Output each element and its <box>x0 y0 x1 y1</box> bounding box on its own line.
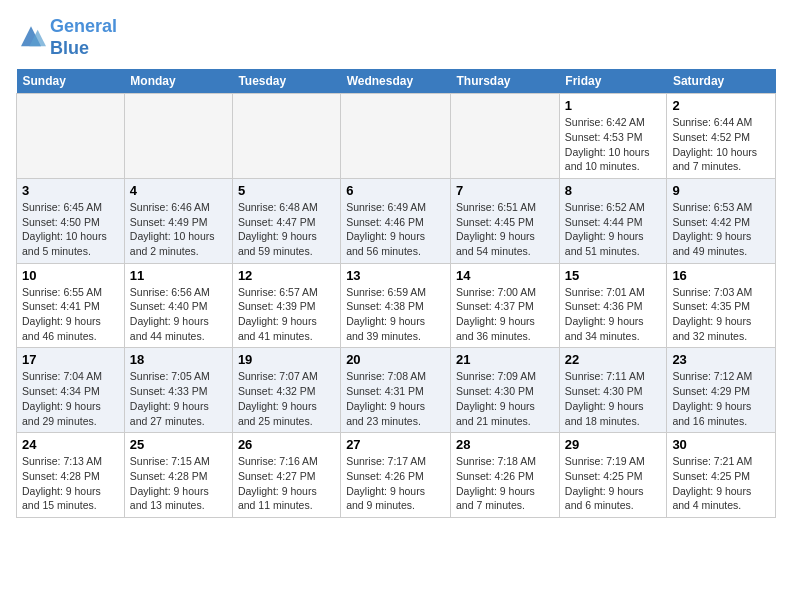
day-info: Sunrise: 7:00 AM Sunset: 4:37 PM Dayligh… <box>456 285 554 344</box>
day-number: 2 <box>672 98 770 113</box>
day-number: 10 <box>22 268 119 283</box>
calendar-cell <box>124 94 232 179</box>
calendar-cell: 5Sunrise: 6:48 AM Sunset: 4:47 PM Daylig… <box>232 178 340 263</box>
calendar-cell: 24Sunrise: 7:13 AM Sunset: 4:28 PM Dayli… <box>17 433 125 518</box>
calendar-cell: 21Sunrise: 7:09 AM Sunset: 4:30 PM Dayli… <box>451 348 560 433</box>
weekday-header-friday: Friday <box>559 69 667 94</box>
day-number: 22 <box>565 352 662 367</box>
day-info: Sunrise: 6:46 AM Sunset: 4:49 PM Dayligh… <box>130 200 227 259</box>
weekday-header-monday: Monday <box>124 69 232 94</box>
day-info: Sunrise: 6:42 AM Sunset: 4:53 PM Dayligh… <box>565 115 662 174</box>
calendar-cell: 26Sunrise: 7:16 AM Sunset: 4:27 PM Dayli… <box>232 433 340 518</box>
weekday-header-sunday: Sunday <box>17 69 125 94</box>
day-info: Sunrise: 7:13 AM Sunset: 4:28 PM Dayligh… <box>22 454 119 513</box>
day-number: 28 <box>456 437 554 452</box>
day-info: Sunrise: 7:19 AM Sunset: 4:25 PM Dayligh… <box>565 454 662 513</box>
day-info: Sunrise: 6:55 AM Sunset: 4:41 PM Dayligh… <box>22 285 119 344</box>
calendar-cell <box>451 94 560 179</box>
day-info: Sunrise: 7:18 AM Sunset: 4:26 PM Dayligh… <box>456 454 554 513</box>
calendar-cell: 6Sunrise: 6:49 AM Sunset: 4:46 PM Daylig… <box>341 178 451 263</box>
weekday-header-thursday: Thursday <box>451 69 560 94</box>
calendar-cell: 1Sunrise: 6:42 AM Sunset: 4:53 PM Daylig… <box>559 94 667 179</box>
day-info: Sunrise: 7:09 AM Sunset: 4:30 PM Dayligh… <box>456 369 554 428</box>
calendar-cell: 7Sunrise: 6:51 AM Sunset: 4:45 PM Daylig… <box>451 178 560 263</box>
day-number: 23 <box>672 352 770 367</box>
day-number: 26 <box>238 437 335 452</box>
day-info: Sunrise: 6:51 AM Sunset: 4:45 PM Dayligh… <box>456 200 554 259</box>
calendar-cell: 27Sunrise: 7:17 AM Sunset: 4:26 PM Dayli… <box>341 433 451 518</box>
weekday-header-wednesday: Wednesday <box>341 69 451 94</box>
day-info: Sunrise: 7:04 AM Sunset: 4:34 PM Dayligh… <box>22 369 119 428</box>
logo-icon <box>16 23 46 53</box>
calendar-cell: 13Sunrise: 6:59 AM Sunset: 4:38 PM Dayli… <box>341 263 451 348</box>
day-number: 29 <box>565 437 662 452</box>
day-info: Sunrise: 6:45 AM Sunset: 4:50 PM Dayligh… <box>22 200 119 259</box>
day-number: 12 <box>238 268 335 283</box>
day-number: 19 <box>238 352 335 367</box>
day-info: Sunrise: 6:53 AM Sunset: 4:42 PM Dayligh… <box>672 200 770 259</box>
day-info: Sunrise: 7:16 AM Sunset: 4:27 PM Dayligh… <box>238 454 335 513</box>
day-number: 17 <box>22 352 119 367</box>
day-number: 24 <box>22 437 119 452</box>
day-number: 27 <box>346 437 445 452</box>
calendar-cell: 8Sunrise: 6:52 AM Sunset: 4:44 PM Daylig… <box>559 178 667 263</box>
calendar-cell: 15Sunrise: 7:01 AM Sunset: 4:36 PM Dayli… <box>559 263 667 348</box>
day-info: Sunrise: 7:21 AM Sunset: 4:25 PM Dayligh… <box>672 454 770 513</box>
day-info: Sunrise: 7:11 AM Sunset: 4:30 PM Dayligh… <box>565 369 662 428</box>
page-header: General Blue <box>16 16 776 59</box>
day-number: 8 <box>565 183 662 198</box>
weekday-header-saturday: Saturday <box>667 69 776 94</box>
calendar-cell: 22Sunrise: 7:11 AM Sunset: 4:30 PM Dayli… <box>559 348 667 433</box>
day-info: Sunrise: 7:05 AM Sunset: 4:33 PM Dayligh… <box>130 369 227 428</box>
day-info: Sunrise: 7:15 AM Sunset: 4:28 PM Dayligh… <box>130 454 227 513</box>
day-number: 25 <box>130 437 227 452</box>
day-info: Sunrise: 6:59 AM Sunset: 4:38 PM Dayligh… <box>346 285 445 344</box>
calendar-cell: 20Sunrise: 7:08 AM Sunset: 4:31 PM Dayli… <box>341 348 451 433</box>
day-info: Sunrise: 7:07 AM Sunset: 4:32 PM Dayligh… <box>238 369 335 428</box>
calendar-cell: 14Sunrise: 7:00 AM Sunset: 4:37 PM Dayli… <box>451 263 560 348</box>
calendar-table: SundayMondayTuesdayWednesdayThursdayFrid… <box>16 69 776 518</box>
weekday-header-tuesday: Tuesday <box>232 69 340 94</box>
day-info: Sunrise: 6:44 AM Sunset: 4:52 PM Dayligh… <box>672 115 770 174</box>
day-number: 9 <box>672 183 770 198</box>
day-number: 6 <box>346 183 445 198</box>
logo: General Blue <box>16 16 117 59</box>
day-info: Sunrise: 6:56 AM Sunset: 4:40 PM Dayligh… <box>130 285 227 344</box>
day-number: 21 <box>456 352 554 367</box>
calendar-cell: 16Sunrise: 7:03 AM Sunset: 4:35 PM Dayli… <box>667 263 776 348</box>
calendar-cell: 18Sunrise: 7:05 AM Sunset: 4:33 PM Dayli… <box>124 348 232 433</box>
calendar-cell <box>341 94 451 179</box>
calendar-cell: 23Sunrise: 7:12 AM Sunset: 4:29 PM Dayli… <box>667 348 776 433</box>
day-number: 14 <box>456 268 554 283</box>
logo-text: General Blue <box>50 16 117 59</box>
day-number: 15 <box>565 268 662 283</box>
day-number: 5 <box>238 183 335 198</box>
day-info: Sunrise: 6:52 AM Sunset: 4:44 PM Dayligh… <box>565 200 662 259</box>
calendar-cell: 17Sunrise: 7:04 AM Sunset: 4:34 PM Dayli… <box>17 348 125 433</box>
calendar-cell: 11Sunrise: 6:56 AM Sunset: 4:40 PM Dayli… <box>124 263 232 348</box>
day-number: 1 <box>565 98 662 113</box>
calendar-cell: 3Sunrise: 6:45 AM Sunset: 4:50 PM Daylig… <box>17 178 125 263</box>
calendar-cell <box>232 94 340 179</box>
calendar-cell: 29Sunrise: 7:19 AM Sunset: 4:25 PM Dayli… <box>559 433 667 518</box>
day-info: Sunrise: 7:01 AM Sunset: 4:36 PM Dayligh… <box>565 285 662 344</box>
day-info: Sunrise: 7:12 AM Sunset: 4:29 PM Dayligh… <box>672 369 770 428</box>
calendar-cell: 12Sunrise: 6:57 AM Sunset: 4:39 PM Dayli… <box>232 263 340 348</box>
day-number: 16 <box>672 268 770 283</box>
day-info: Sunrise: 6:49 AM Sunset: 4:46 PM Dayligh… <box>346 200 445 259</box>
day-number: 20 <box>346 352 445 367</box>
day-number: 3 <box>22 183 119 198</box>
day-number: 13 <box>346 268 445 283</box>
calendar-cell: 4Sunrise: 6:46 AM Sunset: 4:49 PM Daylig… <box>124 178 232 263</box>
day-info: Sunrise: 6:57 AM Sunset: 4:39 PM Dayligh… <box>238 285 335 344</box>
day-info: Sunrise: 7:17 AM Sunset: 4:26 PM Dayligh… <box>346 454 445 513</box>
day-number: 18 <box>130 352 227 367</box>
calendar-cell: 10Sunrise: 6:55 AM Sunset: 4:41 PM Dayli… <box>17 263 125 348</box>
calendar-cell: 9Sunrise: 6:53 AM Sunset: 4:42 PM Daylig… <box>667 178 776 263</box>
calendar-cell <box>17 94 125 179</box>
calendar-cell: 28Sunrise: 7:18 AM Sunset: 4:26 PM Dayli… <box>451 433 560 518</box>
day-number: 11 <box>130 268 227 283</box>
calendar-cell: 25Sunrise: 7:15 AM Sunset: 4:28 PM Dayli… <box>124 433 232 518</box>
calendar-cell: 30Sunrise: 7:21 AM Sunset: 4:25 PM Dayli… <box>667 433 776 518</box>
day-info: Sunrise: 6:48 AM Sunset: 4:47 PM Dayligh… <box>238 200 335 259</box>
